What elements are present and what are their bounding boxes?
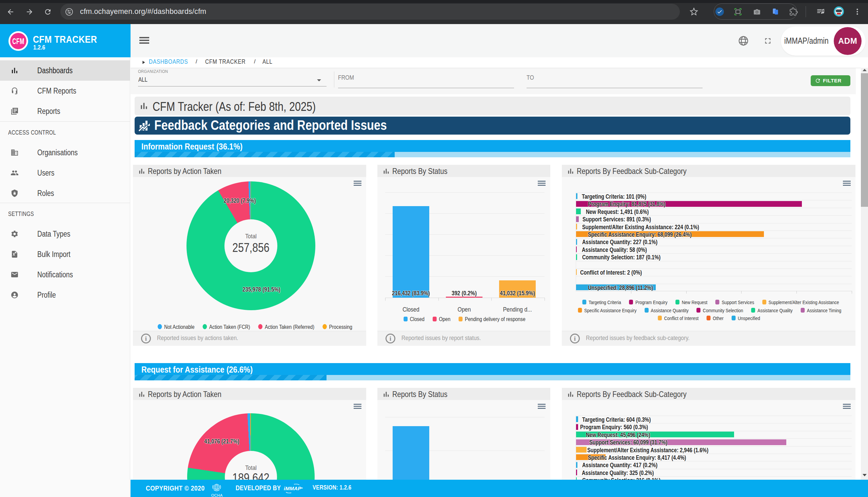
svg-text:iMMAP: iMMAP bbox=[284, 485, 301, 491]
